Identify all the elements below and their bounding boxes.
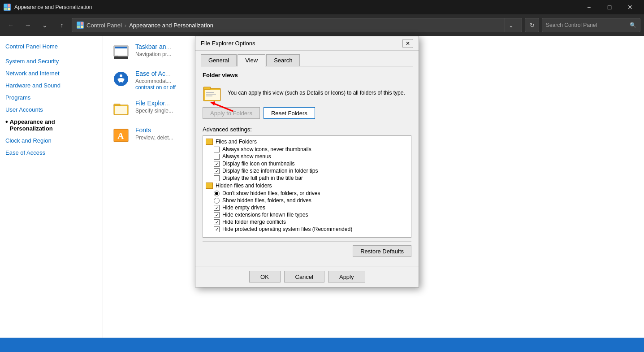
label-hide-empty-drives: Hide empty drives <box>222 204 265 211</box>
sidebar-item-ease-access[interactable]: Ease of Access <box>5 148 97 157</box>
setting-hide-protected: ✓ Hide protected operating system files … <box>203 226 411 233</box>
checkbox-hide-extensions[interactable]: ✓ <box>214 212 220 218</box>
fonts-icon: A <box>112 126 130 144</box>
checkbox-display-file-icon[interactable]: ✓ <box>214 161 220 167</box>
sidebar-item-appearance[interactable]: • Appearance and Personalization <box>5 117 97 133</box>
ease-subtitle: Accommodat... <box>135 78 176 84</box>
title-bar-controls: − □ ✕ <box>579 0 640 14</box>
content-text-file-explorer: File Explor... Specify single... <box>135 100 173 114</box>
tab-search[interactable]: Search <box>266 54 300 66</box>
sidebar-item-network-internet[interactable]: Network and Internet <box>5 69 97 78</box>
ease-title[interactable]: Ease of Ac... <box>135 70 176 77</box>
svg-rect-7 <box>81 26 83 28</box>
content-text-fonts: Fonts Preview, delet... <box>135 126 173 141</box>
label-display-file-size: Display file size information in folder … <box>222 168 318 174</box>
svg-text:A: A <box>117 131 124 141</box>
checkbox-hide-protected[interactable]: ✓ <box>214 226 220 232</box>
dialog-body: Folder views You can apply this view (su… <box>195 66 419 266</box>
up-button[interactable]: ↑ <box>55 18 69 32</box>
taskbar-title[interactable]: Taskbar an... <box>135 43 171 50</box>
group-label-files-folders: Files and Folders <box>216 139 257 145</box>
tab-general[interactable]: General <box>201 54 237 66</box>
restore-button[interactable]: □ <box>599 0 620 14</box>
apply-button[interactable]: Apply <box>328 271 365 282</box>
minimize-button[interactable]: − <box>579 0 599 14</box>
radio-dont-show-hidden[interactable] <box>214 191 220 196</box>
svg-point-14 <box>120 74 122 77</box>
svg-rect-16 <box>114 104 120 106</box>
group-hidden-files: Hidden files and folders <box>203 182 411 190</box>
back-button[interactable]: ← <box>4 18 18 32</box>
setting-dont-show-hidden: Don't show hidden files, folders, or dri… <box>203 190 411 197</box>
setting-always-show-menus: Always show menus <box>203 153 411 160</box>
sidebar-item-hardware-sound[interactable]: Hardware and Sound <box>5 81 97 90</box>
forward-button[interactable]: → <box>21 18 35 32</box>
checkbox-always-show-menus[interactable] <box>214 154 220 160</box>
fonts-title[interactable]: Fonts <box>135 126 173 134</box>
title-bar: Appearance and Personalization − □ ✕ <box>0 0 644 14</box>
setting-display-file-size: ✓ Display file size information in folde… <box>203 167 411 174</box>
svg-rect-1 <box>8 4 10 7</box>
content-text-taskbar: Taskbar an... Navigation pr... <box>135 43 171 57</box>
refresh-button[interactable]: ↻ <box>525 18 539 32</box>
folder-views-buttons: Apply to Folders Reset Folders <box>203 107 411 119</box>
svg-rect-0 <box>4 4 7 7</box>
address-separator-1: › <box>125 22 126 29</box>
label-hide-protected: Hide protected operating system files (R… <box>222 226 352 232</box>
dialog-title-text: File Explorer Options <box>201 40 402 47</box>
app-icon <box>4 4 11 11</box>
ease-link[interactable]: contrast on or off <box>135 84 176 91</box>
address-dropdown-button[interactable]: ⌄ <box>505 18 517 32</box>
file-explorer-title[interactable]: File Explor... <box>135 100 173 107</box>
checkbox-hide-empty-drives[interactable]: ✓ <box>214 205 220 211</box>
address-bar: ← → ⌄ ↑ Control Panel › Appearance and P… <box>0 14 644 36</box>
checkbox-hide-folder-merge[interactable]: ✓ <box>214 219 220 225</box>
dropdown-history-button[interactable]: ⌄ <box>38 18 52 32</box>
ok-button[interactable]: OK <box>249 271 281 282</box>
ease-icon <box>112 70 130 88</box>
sidebar-item-user-accounts[interactable]: User Accounts <box>5 105 97 114</box>
svg-rect-9 <box>114 56 128 59</box>
apply-to-folders-button[interactable]: Apply to Folders <box>203 107 260 119</box>
cancel-button[interactable]: Cancel <box>284 271 324 282</box>
label-hide-folder-merge: Hide folder merge conflicts <box>222 219 286 225</box>
checkbox-always-show-icons[interactable] <box>214 147 220 152</box>
dialog-title-bar: File Explorer Options ✕ <box>195 36 419 51</box>
file-explorer-options-dialog: File Explorer Options ✕ General View Sea… <box>195 36 419 287</box>
content-text-ease: Ease of Ac... Accommodat... contrast on … <box>135 70 176 91</box>
setting-hide-empty-drives: ✓ Hide empty drives <box>203 204 411 211</box>
folder-hidden-icon <box>206 183 213 189</box>
settings-list[interactable]: Files and Folders Always show icons, nev… <box>203 135 411 238</box>
sidebar-home[interactable]: Control Panel Home <box>5 43 97 50</box>
label-always-show-icons: Always show icons, never thumbnails <box>222 146 311 152</box>
address-input[interactable]: Control Panel › Appearance and Personali… <box>72 18 522 32</box>
svg-rect-24 <box>206 94 216 95</box>
sidebar-item-clock-region[interactable]: Clock and Region <box>5 136 97 145</box>
restore-defaults-button[interactable]: Restore Defaults <box>353 245 411 257</box>
folder-views-row: You can apply this view (such as Details… <box>203 83 411 103</box>
svg-rect-17 <box>115 106 127 114</box>
setting-hide-folder-merge: ✓ Hide folder merge conflicts <box>203 218 411 226</box>
group-files-folders: Files and Folders <box>203 138 411 146</box>
svg-rect-2 <box>4 8 7 10</box>
fonts-subtitle: Preview, delet... <box>135 135 173 141</box>
dialog-close-button[interactable]: ✕ <box>402 39 413 48</box>
address-part-1: Control Panel <box>86 22 122 29</box>
label-hide-extensions: Hide extensions for known file types <box>222 212 308 218</box>
radio-show-hidden[interactable] <box>214 198 220 204</box>
file-explorer-subtitle: Specify single... <box>135 108 173 114</box>
close-button[interactable]: ✕ <box>620 0 640 14</box>
search-icon: 🔍 <box>630 22 636 28</box>
sidebar-item-system-security[interactable]: System and Security <box>5 57 97 65</box>
reset-folders-button[interactable]: Reset Folders <box>264 107 315 119</box>
setting-display-file-icon: ✓ Display file icon on thumbnails <box>203 160 411 167</box>
setting-hide-extensions: ✓ Hide extensions for known file types <box>203 211 411 218</box>
svg-rect-22 <box>205 90 220 100</box>
checkbox-display-full-path[interactable] <box>214 175 220 181</box>
search-box[interactable]: Search Control Panel 🔍 <box>542 18 640 32</box>
checkbox-display-file-size[interactable]: ✓ <box>214 168 220 174</box>
tab-view[interactable]: View <box>238 54 265 66</box>
svg-rect-23 <box>206 92 214 93</box>
active-bullet: • <box>5 118 8 126</box>
sidebar-item-programs[interactable]: Programs <box>5 93 97 102</box>
